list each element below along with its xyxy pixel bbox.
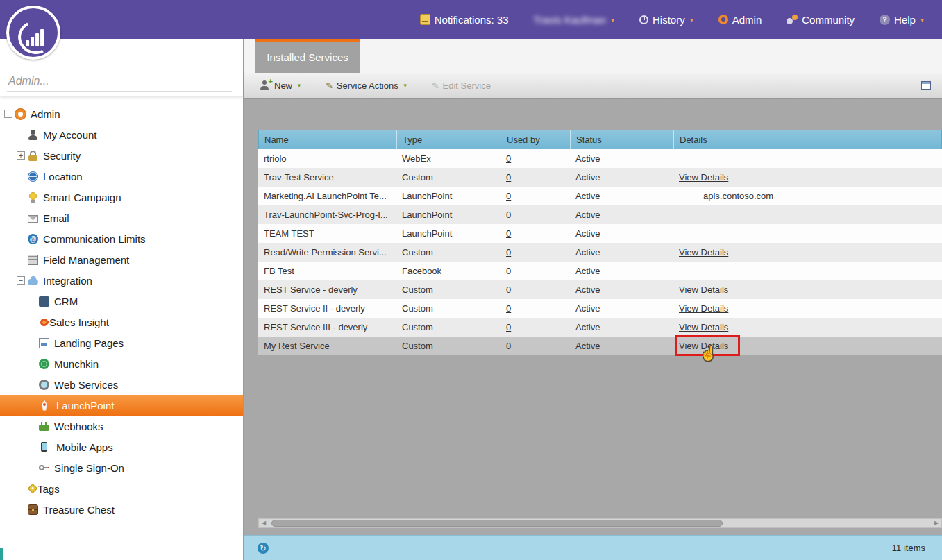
- column-header-status[interactable]: Status: [571, 130, 674, 149]
- service-actions-button[interactable]: ✎ Service Actions ▼: [326, 80, 408, 91]
- admin-search-input[interactable]: [7, 71, 232, 92]
- used-by-link[interactable]: 0: [506, 303, 511, 314]
- tree-item-sales-insight[interactable]: Sales Insight: [0, 312, 243, 332]
- table-row[interactable]: REST Service - deverlyCustom0ActiveView …: [258, 280, 942, 299]
- view-details-link[interactable]: View Details: [679, 172, 728, 183]
- used-by-link[interactable]: 0: [506, 172, 511, 183]
- cell-name: TEAM TEST: [258, 224, 396, 243]
- details-text: apis.contoso.com: [703, 191, 773, 201]
- table-row[interactable]: TEAM TESTLaunchPoint0Active: [258, 224, 942, 243]
- view-details-link[interactable]: View Details: [679, 247, 728, 257]
- table-row[interactable]: Read/Write Permission Servi...Custom0Act…: [258, 243, 942, 262]
- cell-name: rtriolo: [258, 149, 396, 168]
- cell-used-by: 0: [501, 224, 570, 243]
- history-menu[interactable]: History ▾: [639, 14, 693, 26]
- used-by-link[interactable]: 0: [506, 285, 511, 295]
- cell-details: View Details: [673, 299, 942, 318]
- smart-campaign-icon: [28, 192, 38, 203]
- tree-item-munchkin[interactable]: Munchkin: [0, 353, 243, 374]
- table-row[interactable]: REST Service II - deverlyCustom0ActiveVi…: [258, 299, 942, 318]
- tree-item-integration[interactable]: −Integration: [0, 270, 243, 291]
- tree-item-treasure-chest[interactable]: Treasure Chest: [0, 499, 243, 520]
- admin-tree: −AdminMy Account+SecurityLocationSmart C…: [0, 96, 243, 520]
- cell-used-by: 0: [501, 187, 570, 205]
- table-row[interactable]: REST Service III - deverlyCustom0ActiveV…: [258, 318, 942, 337]
- tree-item-smart-campaign[interactable]: Smart Campaign: [0, 187, 243, 207]
- view-details-link[interactable]: View Details: [679, 322, 728, 332]
- admin-menu[interactable]: Admin: [718, 14, 762, 26]
- cell-used-by: 0: [501, 168, 570, 187]
- community-menu[interactable]: Community: [787, 14, 855, 26]
- scroll-left-arrow-icon[interactable]: ◀: [259, 519, 269, 527]
- expander-plus-icon[interactable]: +: [17, 151, 25, 160]
- expander-minus-icon[interactable]: −: [4, 110, 12, 118]
- used-by-link[interactable]: 0: [506, 210, 511, 220]
- edit-service-button[interactable]: ✎ Edit Service: [432, 80, 491, 91]
- toolbar: New ▼ ✎ Service Actions ▼ ✎ Edit Service: [244, 73, 942, 99]
- location-icon: [28, 171, 38, 182]
- view-details-link[interactable]: View Details: [679, 341, 728, 351]
- cell-status: Active: [570, 149, 673, 168]
- expander-minus-icon[interactable]: −: [17, 276, 25, 285]
- table-row[interactable]: Marketing.AI LaunchPoint Te...LaunchPoin…: [258, 187, 942, 205]
- table-row[interactable]: My Rest ServiceCustom0ActiveView Details…: [258, 337, 942, 355]
- user-name: Travis Kaufman: [534, 14, 606, 26]
- column-header-type[interactable]: Type: [397, 130, 501, 149]
- user-menu[interactable]: Travis Kaufman ▾: [534, 14, 615, 26]
- content-area: NameTypeUsed byStatusDetails rtrioloWebE…: [244, 99, 942, 535]
- used-by-link[interactable]: 0: [506, 191, 511, 201]
- cell-name: Trav-LaunchPoint-Svc-Prog-I...: [258, 205, 396, 224]
- table-row[interactable]: FB TestFacebook0Active: [258, 262, 942, 280]
- table-row[interactable]: Trav-Test ServiceCustom0ActiveView Detai…: [258, 168, 942, 187]
- table-row[interactable]: rtrioloWebEx0Active: [258, 149, 942, 168]
- tree-item-label: Field Management: [43, 254, 129, 266]
- top-navigation-bar: Notifications: 33 Travis Kaufman ▾ Histo…: [0, 0, 942, 39]
- tree-item-label: Communication Limits: [43, 233, 146, 245]
- used-by-link[interactable]: 0: [506, 153, 511, 164]
- tree-item-label: Admin: [31, 108, 60, 120]
- table-row[interactable]: Trav-LaunchPoint-Svc-Prog-I...LaunchPoin…: [258, 205, 942, 224]
- tree-item-field-management[interactable]: Field Management: [0, 249, 243, 270]
- horizontal-scrollbar[interactable]: ◀ ▶: [258, 518, 942, 528]
- tree-item-crm[interactable]: CRM: [0, 291, 243, 312]
- service-actions-label: Service Actions: [337, 80, 398, 91]
- column-header-name[interactable]: Name: [259, 130, 397, 149]
- tree-item-landing-pages[interactable]: Landing Pages: [0, 332, 243, 353]
- panel-toggle-icon[interactable]: [921, 81, 931, 90]
- scrollbar-thumb[interactable]: [271, 520, 723, 527]
- column-header-details[interactable]: Details: [674, 130, 941, 149]
- tree-item-launchpoint[interactable]: LaunchPoint: [0, 395, 243, 416]
- cell-status: Active: [570, 337, 673, 355]
- column-header-used-by[interactable]: Used by: [501, 130, 571, 149]
- used-by-link[interactable]: 0: [506, 266, 511, 276]
- tree-item-webhooks[interactable]: Webhooks: [0, 416, 243, 436]
- tree-item-label: Integration: [43, 275, 92, 287]
- tree-item-communication-limits[interactable]: Communication Limits: [0, 228, 243, 249]
- tree-item-mobile-apps[interactable]: Mobile Apps: [0, 436, 243, 457]
- help-menu[interactable]: ? Help ▾: [880, 14, 924, 26]
- notifications-menu[interactable]: Notifications: 33: [420, 14, 509, 26]
- view-details-link[interactable]: View Details: [679, 285, 728, 295]
- tree-item-security[interactable]: +Security: [0, 145, 243, 166]
- tree-item-tags[interactable]: Tags: [0, 478, 243, 499]
- marketo-logo[interactable]: [6, 6, 60, 60]
- tab-installed-services[interactable]: Installed Services: [255, 39, 360, 73]
- used-by-link[interactable]: 0: [506, 341, 511, 351]
- tree-item-web-services[interactable]: Web Services: [0, 374, 243, 395]
- tree-item-location[interactable]: Location: [0, 166, 243, 187]
- used-by-link[interactable]: 0: [506, 228, 511, 239]
- used-by-link[interactable]: 0: [506, 247, 511, 257]
- new-button[interactable]: New ▼: [260, 80, 302, 91]
- scroll-right-arrow-icon[interactable]: ▶: [932, 519, 941, 527]
- scrollbar-track[interactable]: [269, 519, 932, 527]
- refresh-icon[interactable]: ↻: [258, 543, 269, 554]
- tree-item-my-account[interactable]: My Account: [0, 124, 243, 145]
- launchpoint-icon: [41, 400, 48, 411]
- cell-type: Custom: [396, 337, 501, 355]
- tree-item-email[interactable]: Email: [0, 207, 243, 228]
- tree-item-admin[interactable]: −Admin: [0, 103, 243, 124]
- cell-name: REST Service II - deverly: [258, 299, 396, 318]
- tree-item-single-sign-on[interactable]: Single Sign-On: [0, 457, 243, 478]
- used-by-link[interactable]: 0: [506, 322, 511, 332]
- view-details-link[interactable]: View Details: [679, 303, 728, 314]
